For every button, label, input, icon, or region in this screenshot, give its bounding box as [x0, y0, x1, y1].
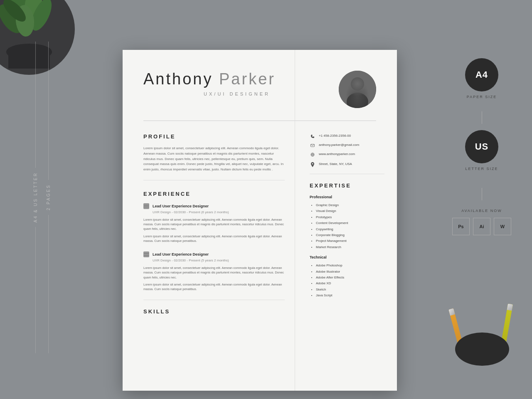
illustrator-badge: Ai	[473, 218, 490, 235]
expertise-item: Visual Design	[316, 208, 384, 214]
svg-rect-9	[339, 71, 376, 108]
exp-item-2: Lead User Experience Designer UXR Design…	[143, 251, 285, 291]
skills-section: SKILLS	[143, 308, 285, 315]
expertise-item: Prototypes	[316, 214, 384, 220]
vert-line-top-1	[35, 42, 36, 168]
expertise-title: EXPERTISE	[310, 182, 384, 189]
exp-title-row-1: Lead User Experience Designer	[143, 203, 285, 209]
profile-title: PROFILE	[143, 133, 285, 140]
svg-point-11	[347, 93, 368, 108]
exp-company-2: UXR Design - 02/2030 - Present (5 years …	[153, 259, 285, 262]
spacer	[482, 183, 482, 184]
email-text: anthony.parker@gmail.com	[319, 143, 359, 147]
phone-text: +1 458-2356-2356-00	[319, 133, 351, 138]
exp-job-title-2: Lead User Experience Designer	[153, 252, 209, 256]
exp-item-1: Lead User Experience Designer UXR Design…	[143, 203, 285, 243]
exp-company-1: UXR Design - 02/2030 - Present (6 years …	[153, 210, 285, 214]
profile-text: Lorem ipsum dolor sit amet, consectetuer…	[143, 146, 285, 172]
exp-divider	[143, 300, 285, 300]
word-badge: W	[494, 218, 511, 235]
vert-col-1: A4 & US LETTER	[33, 42, 38, 353]
available-label: AVAILABLE NOW	[461, 209, 502, 213]
profile-divider	[143, 180, 285, 180]
exp-job-title-1: Lead User Experience Designer	[153, 204, 209, 208]
panel-divider-line	[482, 111, 482, 124]
expertise-item: Adobe XD	[316, 281, 384, 286]
photoshop-badge: Ps	[452, 218, 470, 235]
expertise-item: Adobe Photoshop	[316, 263, 384, 268]
profile-section: PROFILE Lorem ipsum dolor sit amet, cons…	[143, 133, 285, 172]
a4-badge: A4	[465, 58, 498, 91]
briefcase-icon-2	[143, 251, 149, 257]
expertise-item: Sketch	[316, 287, 384, 293]
vert-col-2: 2 PAGES	[46, 42, 51, 353]
paper-size-label: PAPER SIZE	[467, 95, 497, 99]
full-name: Anthony Parker	[143, 71, 330, 88]
experience-title: EXPERIENCE	[143, 191, 285, 197]
website-item: www.anthonyparker.com	[310, 152, 384, 158]
address-text: Street, State, NY, USA	[319, 162, 352, 166]
expertise-item-corporate-blogging: Corporate Blogging	[316, 232, 384, 238]
right-panel: A4 PAPER SIZE US LETTER SIZE AVAILABLE N…	[452, 58, 511, 235]
exp-desc-1a: Lorem ipsum dolor sit amet, consectetuer…	[143, 217, 285, 232]
experience-section: EXPERIENCE Lead User Experience Designer…	[143, 191, 285, 292]
exp-desc-2a: Lorem ipsum dolor sit amet, consectetuer…	[143, 266, 285, 280]
vert-line-bottom-1	[35, 227, 36, 353]
vert-line-top-2	[48, 42, 49, 180]
website-text: www.anthonyparker.com	[319, 152, 355, 156]
expertise-item: Copywriting	[316, 227, 384, 232]
exp-title-row-2: Lead User Experience Designer	[143, 251, 285, 257]
resume-paper: Anthony Parker UX/UI DESIGNER PROFILE Lo…	[123, 50, 397, 391]
briefcase-icon-1	[143, 203, 149, 209]
expertise-section: EXPERTISE Professional Graphic Design Vi…	[310, 182, 384, 298]
expertise-item: Adobe Illustrator	[316, 269, 384, 275]
location-icon	[310, 162, 315, 167]
first-name: Anthony	[143, 70, 219, 88]
expertise-item-market-research: Market Research	[316, 244, 384, 250]
email-item: anthony.parker@gmail.com	[310, 143, 384, 148]
exp-desc-2b: Lorem ipsum dolor sit amet, consectetuer…	[143, 282, 285, 292]
vertical-labels-wrapper: A4 & US LETTER 2 PAGES	[33, 42, 51, 353]
software-badges: Ps Ai W	[452, 218, 511, 235]
panel-divider-line-2	[482, 188, 482, 200]
technical-category: Technical	[310, 255, 384, 259]
photo-svg	[339, 71, 376, 108]
expertise-item: Content Development	[316, 220, 384, 226]
phone-icon	[310, 133, 315, 139]
expertise-item: Graphic Design	[316, 202, 384, 208]
resume-body: PROFILE Lorem ipsum dolor sit amet, cons…	[123, 121, 397, 389]
expertise-item: Java Script	[316, 293, 384, 298]
resume-header: Anthony Parker UX/UI DESIGNER	[123, 50, 397, 121]
job-title: UX/UI DESIGNER	[143, 91, 330, 96]
vert-line-bottom-2	[48, 215, 49, 353]
svg-point-10	[351, 77, 364, 91]
exp-desc-1b: Lorem ipsum dolor sit amet, consectetuer…	[143, 234, 285, 244]
last-name: Parker	[219, 70, 276, 88]
letter-size-label: LETTER SIZE	[465, 167, 498, 171]
pencil-decoration	[445, 303, 520, 366]
skills-title: SKILLS	[143, 308, 285, 315]
header-left: Anthony Parker UX/UI DESIGNER	[143, 71, 330, 96]
pencil-bowl	[455, 332, 509, 366]
contact-section: +1 458-2356-2356-00 anthony.parker@gmail…	[310, 133, 384, 167]
technical-list: Adobe Photoshop Adobe Illustrator Adobe …	[310, 263, 384, 298]
left-column: PROFILE Lorem ipsum dolor sit amet, cons…	[123, 121, 297, 389]
profile-photo	[339, 71, 376, 108]
contact-divider	[310, 174, 384, 174]
professional-list: Graphic Design Visual Design Prototypes …	[310, 202, 384, 250]
professional-category: Professional	[310, 195, 384, 199]
vert-text-paper-size: A4 & US LETTER	[33, 172, 38, 222]
vert-text-pages: 2 PAGES	[46, 184, 51, 210]
email-icon	[310, 143, 315, 148]
us-badge: US	[465, 130, 498, 163]
expertise-item: Adobe After Effects	[316, 275, 384, 281]
phone-item: +1 458-2356-2356-00	[310, 133, 384, 139]
globe-icon	[310, 152, 315, 158]
expertise-item: Project Management	[316, 238, 384, 244]
right-column: +1 458-2356-2356-00 anthony.parker@gmail…	[297, 121, 397, 389]
address-item: Street, State, NY, USA	[310, 162, 384, 167]
